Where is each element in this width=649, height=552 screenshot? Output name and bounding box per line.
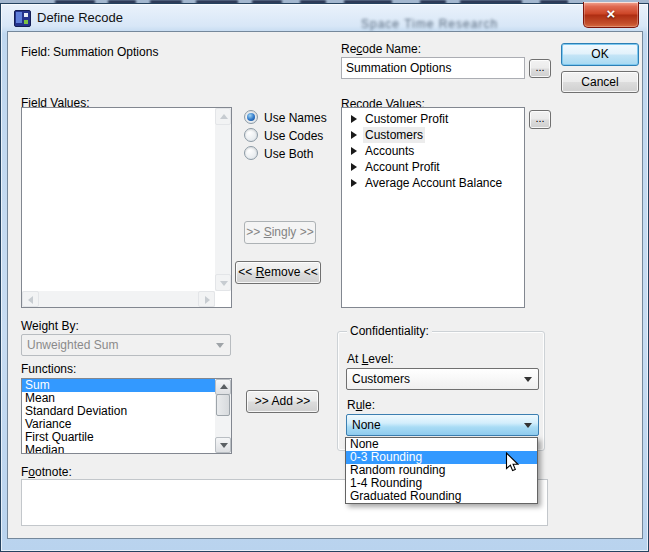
recode-name-browse-button[interactable]: ...	[529, 59, 551, 78]
tree-item[interactable]: Customers	[343, 127, 523, 143]
scroll-down-button[interactable]	[215, 437, 231, 453]
tree-expand-icon[interactable]	[351, 179, 357, 187]
list-item[interactable]: First Quartile	[22, 431, 215, 444]
background-window-title: Space Time Research	[361, 17, 498, 31]
recode-values-listbox[interactable]: Customer Profit Customers Accounts Accou…	[341, 107, 525, 308]
vertical-scrollbar[interactable]	[215, 379, 231, 453]
list-item[interactable]: Standard Deviation	[22, 405, 215, 418]
scrollbar-thumb[interactable]	[216, 394, 230, 416]
radio-label: Use Both	[264, 147, 313, 161]
at-level-label: At Level:	[347, 352, 394, 366]
scroll-left-button	[22, 291, 39, 307]
scroll-right-button	[198, 291, 215, 307]
close-button[interactable]: ×	[583, 2, 639, 28]
tree-expand-icon[interactable]	[351, 147, 357, 155]
chevron-down-icon	[524, 423, 532, 428]
weight-by-label: Weight By:	[21, 319, 79, 333]
functions-listbox[interactable]: Sum Mean Standard Deviation Variance Fir…	[21, 378, 232, 454]
tree-item-label: Customer Profit	[365, 111, 448, 127]
tree-item[interactable]: Account Profit	[343, 159, 523, 175]
mouse-cursor	[505, 452, 520, 473]
tree-item[interactable]: Accounts	[343, 143, 523, 159]
radio-unselected-icon	[244, 146, 258, 160]
radio-use-both[interactable]: Use Both	[244, 146, 313, 162]
define-recode-dialog: Define Recode Space Time Research × Fiel…	[0, 3, 649, 552]
list-item[interactable]: Variance	[22, 418, 215, 431]
functions-label: Functions:	[21, 362, 76, 376]
footnote-label: Footnote:	[21, 465, 72, 479]
vertical-scrollbar	[215, 108, 231, 291]
dropdown-option[interactable]: Graduated Rounding	[346, 490, 537, 503]
scroll-up-button	[215, 108, 231, 125]
scroll-down-button	[215, 274, 231, 291]
list-item[interactable]: Sum	[22, 379, 215, 392]
tree-expand-icon[interactable]	[351, 115, 357, 123]
close-icon: ×	[607, 5, 616, 22]
rule-label: Rule:	[347, 398, 375, 412]
list-item[interactable]: Median	[22, 444, 215, 453]
add-button[interactable]: >> Add >>	[246, 390, 319, 413]
radio-use-names[interactable]: Use Names	[244, 110, 327, 126]
cancel-button[interactable]: Cancel	[561, 71, 639, 93]
recode-name-label: Recode Name:	[341, 42, 421, 56]
scroll-up-button[interactable]	[215, 379, 231, 395]
radio-unselected-icon	[244, 128, 258, 142]
singly-button: >> Singly >>	[244, 221, 316, 244]
horizontal-scrollbar	[22, 291, 215, 307]
dialog-title: Define Recode	[37, 10, 123, 25]
at-level-value: Customers	[352, 372, 410, 386]
ok-button[interactable]: OK	[561, 43, 639, 66]
chevron-down-icon	[216, 343, 224, 348]
list-item[interactable]: Mean	[22, 392, 215, 405]
tree-item-label: Accounts	[365, 143, 414, 159]
weight-by-select: Unweighted Sum	[21, 334, 231, 356]
remove-button[interactable]: << Remove <<	[235, 261, 321, 284]
tree-item-label: Customers	[363, 127, 425, 143]
rule-value: None	[352, 418, 381, 432]
title-bar[interactable]: Define Recode Space Time Research ×	[1, 4, 648, 31]
field-values-listbox[interactable]	[21, 107, 232, 308]
tree-item-label: Account Profit	[365, 159, 440, 175]
tree-item[interactable]: Customer Profit	[343, 111, 523, 127]
radio-use-codes[interactable]: Use Codes	[244, 128, 323, 144]
tree-expand-icon[interactable]	[351, 131, 357, 139]
tree-expand-icon[interactable]	[351, 163, 357, 171]
confidentiality-group-label: Confidentiality:	[347, 324, 432, 338]
rule-select[interactable]: None	[346, 414, 539, 436]
at-level-select[interactable]: Customers	[346, 368, 539, 390]
weight-by-value: Unweighted Sum	[27, 338, 118, 352]
radio-label: Use Names	[264, 111, 327, 125]
radio-label: Use Codes	[264, 129, 323, 143]
radio-selected-icon	[244, 110, 258, 124]
screen: Define Recode Space Time Research × Fiel…	[0, 0, 649, 552]
recode-name-input[interactable]: Summation Options	[341, 57, 525, 79]
tree-item[interactable]: Average Account Balance	[343, 175, 523, 191]
dialog-client-area: Field: Summation Options Recode Name: Su…	[7, 31, 643, 539]
tree-item-label: Average Account Balance	[365, 175, 502, 191]
field-label: Field:	[21, 45, 50, 59]
chevron-down-icon	[524, 377, 532, 382]
recode-values-browse-button[interactable]: ...	[529, 110, 551, 129]
field-value: Summation Options	[53, 45, 158, 59]
app-icon	[14, 10, 31, 27]
